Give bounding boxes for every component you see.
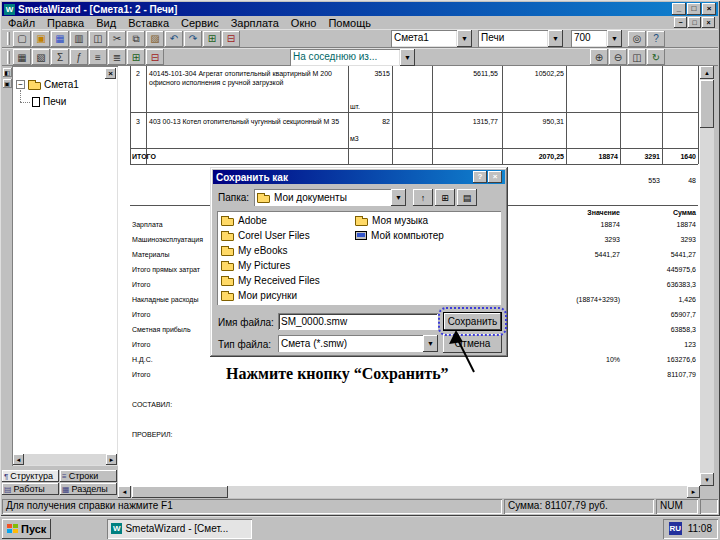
view-tab-3[interactable]: ▤Работы <box>2 483 59 495</box>
file-list-item[interactable]: My Pictures <box>221 258 355 273</box>
dialog-title-bar[interactable]: Сохранить как ? × <box>213 170 505 184</box>
collapse-icon[interactable]: − <box>16 80 25 89</box>
save-icon[interactable]: ▦ <box>51 31 69 47</box>
scroll-up-icon[interactable]: ▲ <box>700 66 714 79</box>
horizontal-scrollbar[interactable]: ◄ ► <box>118 486 700 498</box>
scrollbar-thumb[interactable] <box>132 486 228 498</box>
borders-icon[interactable]: ▧ <box>32 49 50 65</box>
close-button[interactable]: × <box>702 3 716 15</box>
taskbar-task-button[interactable]: W SmetaWizard - [Смет... <box>107 519 252 539</box>
language-indicator[interactable]: RU <box>669 522 682 535</box>
scroll-down-icon[interactable]: ▼ <box>700 473 714 486</box>
menu-item-8[interactable]: Помощь <box>322 17 377 29</box>
itogo-label: ИТОГО <box>132 152 222 161</box>
maximize-button[interactable]: □ <box>687 3 701 15</box>
chevron-down-icon[interactable]: ▼ <box>548 30 563 47</box>
file-list-item[interactable]: Adobe <box>221 213 355 228</box>
view-tab-1[interactable]: ¶Структура <box>2 470 59 482</box>
undo-icon[interactable]: ↶ <box>165 31 183 47</box>
sum-icon[interactable]: Σ <box>51 49 69 65</box>
file-list-item[interactable]: Мой компьютер <box>355 228 489 243</box>
print-preview-icon[interactable]: ◫ <box>89 31 107 47</box>
chevron-down-icon[interactable]: ▼ <box>607 30 622 47</box>
cut-icon[interactable]: ✂ <box>108 31 126 47</box>
chevron-down-icon[interactable]: ▼ <box>400 49 415 66</box>
chevron-down-icon[interactable]: ▼ <box>457 30 472 47</box>
delete-row-icon[interactable]: ⊟ <box>222 31 240 47</box>
view-tab-4[interactable]: ▦Разделы <box>60 483 117 495</box>
panel-toggle-icon[interactable]: ◧ <box>3 68 12 77</box>
clock[interactable]: 11:08 <box>688 523 712 534</box>
refresh-icon[interactable]: ↻ <box>647 49 665 65</box>
minimize-button[interactable]: _ <box>672 3 686 15</box>
dialog-help-button[interactable]: ? <box>473 171 487 183</box>
chevron-down-icon[interactable]: ▼ <box>423 335 438 352</box>
align-left-icon[interactable]: ≡ <box>89 49 107 65</box>
scroll-left-icon[interactable]: ◄ <box>13 454 24 465</box>
menu-item-4[interactable]: Вставка <box>122 17 175 29</box>
summary-value: 3293 <box>620 235 696 244</box>
start-button[interactable]: Пуск <box>2 519 51 539</box>
zoom-combobox[interactable]: 700 ▼ <box>571 30 622 47</box>
folder-combobox[interactable]: Мои документы ▼ <box>254 189 406 206</box>
formula-combobox[interactable]: На соседнюю из... ▼ <box>290 49 415 66</box>
new-icon[interactable]: ▢ <box>13 31 31 47</box>
scrollbar-thumb[interactable] <box>700 80 714 128</box>
redo-icon[interactable]: ↷ <box>184 31 202 47</box>
page-setup-icon[interactable]: ◫ <box>628 49 646 65</box>
menu-item-5[interactable]: Сервис <box>175 17 225 29</box>
chapter-combobox[interactable]: Печи ▼ <box>478 30 563 47</box>
file-list-item[interactable]: My Received Files <box>221 273 355 288</box>
copy-icon[interactable]: ⧉ <box>127 31 145 47</box>
panel-pin-icon[interactable]: ▣ <box>3 79 12 88</box>
create-new-folder-icon[interactable]: ⊞ <box>435 189 455 206</box>
title-bar[interactable]: W SmetaWizard - [Смета1: 2 - Печи] _ □ × <box>2 2 718 16</box>
align-justify-icon[interactable]: ≣ <box>108 49 126 65</box>
function-icon[interactable]: ƒ <box>70 49 88 65</box>
chevron-down-icon[interactable]: ▼ <box>391 189 406 206</box>
paste-icon[interactable]: ▨ <box>146 31 164 47</box>
dialog-close-button[interactable]: × <box>488 171 502 183</box>
print-icon[interactable]: ▥ <box>70 31 88 47</box>
up-one-level-icon[interactable]: ↑ <box>413 189 433 206</box>
file-list-item[interactable]: Мои рисунки <box>221 288 355 303</box>
scroll-right-icon[interactable]: ► <box>687 486 700 498</box>
mdi-minimize-button[interactable]: − <box>674 17 687 28</box>
view-tab-2[interactable]: ≡Строки <box>60 470 117 482</box>
tree-horizontal-scrollbar[interactable]: ◄ ► <box>13 454 117 465</box>
table-icon[interactable]: ▦ <box>13 49 31 65</box>
summary-label: ПРОВЕРИЛ: <box>132 430 352 439</box>
save-button[interactable]: Сохранить <box>443 312 502 331</box>
mdi-restore-button[interactable]: □ <box>688 17 701 28</box>
menu-item-7[interactable]: Окно <box>285 17 323 29</box>
mdi-close-button[interactable]: × <box>702 17 715 28</box>
filename-input[interactable] <box>278 313 438 330</box>
tree-item-estimate[interactable]: − Смета1 <box>16 79 79 90</box>
help-icon[interactable]: ? <box>647 31 665 47</box>
delete-cell-icon[interactable]: ⊟ <box>146 49 164 65</box>
insert-row-icon[interactable]: ⊞ <box>203 31 221 47</box>
open-icon[interactable]: ▣ <box>32 31 50 47</box>
file-list-item[interactable]: Corel User Files <box>221 228 355 243</box>
file-list-item[interactable]: Моя музыка <box>355 213 489 228</box>
estimate-combobox[interactable]: Смета1 ▼ <box>391 30 472 47</box>
toolbar-grip[interactable] <box>7 32 10 45</box>
zoom-in-icon[interactable]: ⊕ <box>590 49 608 65</box>
menu-item-6[interactable]: Зарплата <box>225 17 285 29</box>
zoom-out-icon[interactable]: ⊖ <box>609 49 627 65</box>
insert-cell-icon[interactable]: ⊞ <box>127 49 145 65</box>
toolbar-grip[interactable] <box>7 51 10 64</box>
close-panel-button[interactable]: × <box>105 68 116 79</box>
view-menu-icon[interactable]: ▤ <box>457 189 477 206</box>
file-list-item[interactable]: My eBooks <box>221 243 355 258</box>
vertical-scrollbar[interactable]: ▲ ▼ <box>700 66 714 486</box>
filetype-combobox[interactable]: Смета (*.smw) ▼ <box>278 335 438 352</box>
find-icon[interactable]: ◎ <box>628 31 646 47</box>
menu-item-2[interactable]: Правка <box>41 17 90 29</box>
tree-item-chapter[interactable]: Печи <box>32 96 66 107</box>
scroll-right-icon[interactable]: ► <box>106 454 117 465</box>
file-label: Моя музыка <box>372 215 428 226</box>
menu-item-1[interactable]: Файл <box>2 17 41 29</box>
menu-item-3[interactable]: Вид <box>90 17 122 29</box>
file-list[interactable]: AdobeCorel User FilesMy eBooksMy Picture… <box>217 211 501 305</box>
